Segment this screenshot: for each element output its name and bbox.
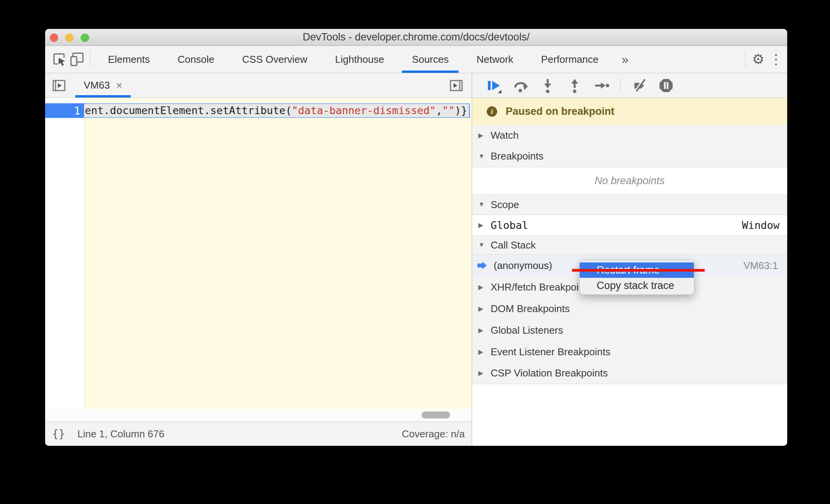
close-tab-icon[interactable]: × — [116, 79, 122, 92]
annotation-red-line — [572, 269, 705, 272]
paused-banner: i Paused on breakpoint — [472, 98, 787, 125]
step-over-button[interactable] — [512, 77, 529, 94]
pause-on-exceptions-icon — [658, 78, 674, 93]
section-scope[interactable]: ▼ Scope — [472, 195, 787, 215]
pretty-print-icon[interactable]: {} — [52, 428, 65, 440]
chevron-right-icon: ▶ — [478, 348, 483, 356]
panel-right-toggle-icon — [449, 78, 464, 93]
screenshot-stage: DevTools - developer.chrome.com/docs/dev… — [0, 0, 830, 504]
long-press-indicator-icon — [498, 90, 501, 93]
sidebar-empty-area — [472, 384, 787, 446]
cursor-position: Line 1, Column 676 — [78, 428, 164, 440]
scope-global-row[interactable]: ▶ Global Window — [472, 215, 787, 236]
window-title: DevTools - developer.chrome.com/docs/dev… — [303, 31, 530, 43]
code-editor[interactable]: 1 ent.documentElement.setAttribute("data… — [45, 98, 472, 422]
section-csp-violation-breakpoints[interactable]: ▶ CSP Violation Breakpoints — [472, 363, 787, 384]
context-menu: Restart frame Copy stack trace — [579, 260, 694, 295]
window-titlebar: DevTools - developer.chrome.com/docs/dev… — [45, 29, 787, 46]
scope-name: Global — [491, 219, 528, 231]
tabbar-divider — [90, 51, 90, 67]
tab-performance[interactable]: Performance — [527, 46, 612, 73]
line-number: 1 — [74, 105, 80, 117]
device-toolbar-button[interactable] — [68, 50, 86, 68]
pause-on-exceptions-button[interactable] — [658, 77, 675, 94]
tab-elements[interactable]: Elements — [94, 46, 164, 73]
step-icon — [594, 78, 609, 93]
inspect-element-button[interactable] — [51, 50, 68, 68]
more-tabs-button[interactable]: » — [612, 46, 638, 73]
section-event-listener-breakpoints[interactable]: ▶ Event Listener Breakpoints — [472, 341, 787, 363]
devtools-window: DevTools - developer.chrome.com/docs/dev… — [45, 29, 787, 446]
horizontal-scrollbar[interactable] — [45, 409, 472, 422]
device-toolbar-icon — [69, 52, 85, 67]
section-watch[interactable]: ▶ Watch — [472, 125, 787, 146]
chevron-down-icon: ▼ — [478, 201, 485, 208]
tab-css-overview[interactable]: CSS Overview — [228, 46, 321, 73]
close-window-button[interactable] — [50, 34, 58, 42]
show-debugger-sidebar-button[interactable] — [448, 77, 465, 94]
debugger-toolbar-divider — [620, 79, 621, 92]
chevron-right-icon: ▶ — [478, 326, 483, 334]
step-out-button[interactable] — [566, 77, 583, 94]
chevron-right-icon: ▶ — [478, 283, 483, 291]
no-breakpoints-message: No breakpoints — [472, 167, 787, 195]
current-frame-arrow-icon — [477, 262, 487, 269]
traffic-lights — [50, 34, 89, 42]
panel-left-toggle-icon — [51, 78, 67, 93]
scope-value: Window — [742, 219, 779, 231]
section-dom-breakpoints[interactable]: ▶ DOM Breakpoints — [472, 298, 787, 319]
execution-line-marker: 1 — [45, 103, 84, 118]
file-tab-vm63[interactable]: VM63 × — [75, 73, 131, 97]
zoom-window-button[interactable] — [81, 34, 89, 42]
chevron-down-icon: ▼ — [478, 241, 485, 249]
gear-icon: ⚙ — [752, 51, 764, 67]
debugger-sidebar: i Paused on breakpoint ▶ Watch ▼ Breakpo… — [472, 73, 787, 446]
tabbar-right-controls: ⚙ ⋮ — [741, 46, 787, 73]
tab-sources[interactable]: Sources — [398, 46, 462, 73]
scrollbar-thumb[interactable] — [422, 412, 450, 418]
section-breakpoints[interactable]: ▼ Breakpoints — [472, 146, 787, 167]
tab-console[interactable]: Console — [164, 46, 228, 73]
devtools-tabbar: Elements Console CSS Overview Lighthouse… — [45, 46, 787, 73]
resume-script-button[interactable] — [485, 77, 502, 94]
info-icon: i — [487, 106, 497, 117]
editor-statusbar: {} Line 1, Column 676 Coverage: n/a — [45, 422, 472, 446]
frame-location-link[interactable]: VM63:1 — [743, 260, 778, 272]
debugger-toolbar — [472, 73, 787, 98]
tab-lighthouse[interactable]: Lighthouse — [321, 46, 398, 73]
menu-item-copy-stack-trace[interactable]: Copy stack trace — [580, 278, 694, 293]
section-global-listeners[interactable]: ▶ Global Listeners — [472, 319, 787, 341]
deactivate-breakpoints-icon — [631, 78, 647, 93]
sources-panel: VM63 × — [45, 73, 787, 446]
show-navigator-button[interactable] — [51, 77, 67, 94]
step-over-icon — [513, 78, 528, 93]
line-number-gutter — [45, 98, 84, 409]
code-line-1: ent.documentElement.setAttribute("data-b… — [84, 103, 470, 118]
chevron-down-icon: ▼ — [478, 153, 485, 160]
editor-toolbar-spacer — [131, 73, 448, 97]
step-button[interactable] — [593, 77, 610, 94]
inspect-cursor-icon — [52, 52, 67, 67]
editor-pane: VM63 × — [45, 73, 472, 446]
three-dot-menu-icon: ⋮ — [769, 51, 783, 67]
deactivate-breakpoints-button[interactable] — [631, 77, 648, 94]
section-call-stack[interactable]: ▼ Call Stack — [472, 236, 787, 255]
settings-button[interactable]: ⚙ — [749, 50, 767, 68]
chevron-right-icon: ▶ — [478, 305, 483, 313]
customize-devtools-button[interactable]: ⋮ — [767, 50, 785, 68]
debugger-sections: ▶ Watch ▼ Breakpoints No breakpoints ▼ S… — [472, 125, 787, 384]
step-out-icon — [567, 78, 582, 93]
chevron-right-icon: ▶ — [478, 131, 483, 139]
tab-network[interactable]: Network — [462, 46, 527, 73]
frame-name: (anonymous) — [494, 260, 552, 272]
editor-toolbar: VM63 × — [45, 73, 472, 98]
tabbar-right-divider — [745, 51, 746, 67]
step-into-button[interactable] — [539, 77, 556, 94]
minimize-window-button[interactable] — [65, 34, 74, 42]
coverage-status: Coverage: n/a — [402, 428, 465, 440]
chevron-right-icon: ▶ — [478, 221, 483, 229]
paused-message: Paused on breakpoint — [506, 106, 614, 118]
chevron-right-icon: ▶ — [478, 369, 483, 377]
chevron-double-right-icon: » — [622, 52, 629, 67]
step-into-icon — [540, 78, 555, 93]
